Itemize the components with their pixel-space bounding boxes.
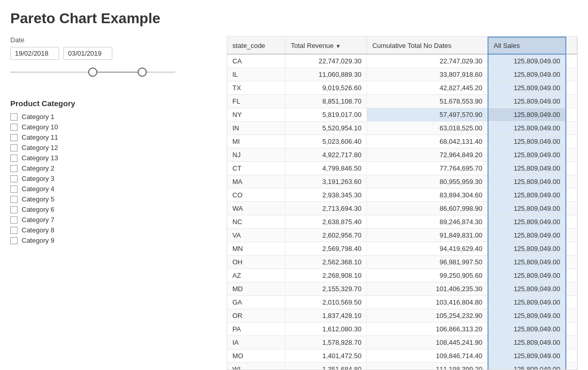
table-row: OR1,837,428.10105,254,232.90125,809,049.…	[227, 309, 577, 323]
cell-all-sales: 125,809,049.00	[488, 135, 566, 148]
cell-revenue: 11,060,889.30	[285, 68, 367, 81]
cell-revenue: 4,799,846.50	[285, 162, 367, 175]
cell-revenue: 3,191,263.60	[285, 175, 367, 189]
cell-state: GA	[227, 296, 285, 309]
cell-all-sales: 125,809,049.00	[488, 215, 566, 229]
cell-cumulative: 72,964,849.20	[367, 148, 488, 162]
cell-extra	[566, 282, 577, 296]
cell-state: WI	[227, 363, 285, 371]
category-checkbox-category-1[interactable]	[10, 113, 18, 121]
cell-extra	[566, 202, 577, 215]
table-row: TX9,019,526.6042,827,445.20125,809,049.0…	[227, 81, 577, 95]
cell-state: MN	[227, 242, 285, 256]
cell-all-sales: 125,809,049.00	[488, 229, 566, 242]
date-slider[interactable]	[10, 66, 175, 78]
table-row: MD2,155,329.70101,406,235.30125,809,049.…	[227, 282, 577, 296]
data-table: state_code Total Revenue ▼ Cumulative To…	[227, 37, 577, 370]
cell-revenue: 2,713,694.30	[285, 202, 367, 215]
category-checkbox-category-2[interactable]	[10, 165, 18, 172]
cell-revenue: 5,819,017.00	[285, 108, 367, 122]
cell-extra	[566, 108, 577, 122]
category-label: Category 2	[22, 164, 55, 172]
category-label: Category 7	[22, 216, 55, 224]
cell-revenue: 5,023,606.40	[285, 135, 367, 148]
cell-cumulative: 68,042,131.40	[367, 135, 488, 148]
cell-all-sales: 125,809,049.00	[488, 148, 566, 162]
cell-all-sales: 125,809,049.00	[488, 309, 566, 323]
cell-revenue: 2,268,908.10	[285, 269, 367, 282]
cell-all-sales: 125,809,049.00	[488, 162, 566, 175]
category-checkbox-category-9[interactable]	[10, 237, 18, 244]
cell-extra	[566, 229, 577, 242]
cell-state: WA	[227, 202, 285, 215]
cell-extra	[566, 363, 577, 371]
cell-cumulative: 96,981,997.50	[367, 256, 488, 269]
cell-cumulative: 111,198,399.20	[367, 363, 488, 371]
slider-thumb-left[interactable]	[88, 68, 97, 77]
cell-extra	[566, 309, 577, 323]
end-date-input[interactable]	[63, 47, 112, 60]
category-item: Category 6	[10, 206, 216, 213]
table-row: WI1,351,684.80111,198,399.20125,809,049.…	[227, 363, 577, 371]
category-item: Category 13	[10, 154, 216, 162]
table-row: IN5,520,954.1063,018,525.00125,809,049.0…	[227, 122, 577, 135]
cell-revenue: 2,638,875.40	[285, 215, 367, 229]
cell-cumulative: 89,246,874.30	[367, 215, 488, 229]
page-title: Pareto Chart Example	[10, 10, 578, 27]
cell-state: OR	[227, 309, 285, 323]
category-checkbox-category-13[interactable]	[10, 155, 18, 162]
date-label: Date	[10, 36, 216, 44]
cell-all-sales: 125,809,049.00	[488, 122, 566, 135]
cell-state: VA	[227, 229, 285, 242]
col-header-cumulative[interactable]: Cumulative Total No Dates	[367, 37, 488, 54]
cell-extra	[566, 68, 577, 81]
cell-cumulative: 109,846,714.40	[367, 349, 488, 363]
cell-cumulative: 57,497,570.90	[367, 108, 488, 122]
cell-all-sales: 125,809,049.00	[488, 68, 566, 81]
cell-cumulative: 103,416,804.80	[367, 296, 488, 309]
cell-revenue: 5,520,954.10	[285, 122, 367, 135]
cell-state: TX	[227, 81, 285, 95]
cell-extra	[566, 81, 577, 95]
slider-thumb-right[interactable]	[138, 68, 147, 77]
left-panel: Date Product Category Category 1Category…	[10, 36, 227, 370]
start-date-input[interactable]	[10, 47, 59, 60]
table-row: FL8,851,108.7051,678,553.90125,809,049.0…	[227, 95, 577, 108]
col-header-allsales[interactable]: All Sales	[488, 37, 566, 54]
cell-all-sales: 125,809,049.00	[488, 336, 566, 349]
table-body: CA22,747,029.3022,747,029.30125,809,049.…	[227, 54, 577, 370]
cell-revenue: 1,578,928.70	[285, 336, 367, 349]
cell-state: FL	[227, 95, 285, 108]
cell-revenue: 9,019,526.60	[285, 81, 367, 95]
category-checkbox-category-3[interactable]	[10, 175, 18, 182]
cell-revenue: 2,569,798.40	[285, 242, 367, 256]
cell-extra	[566, 323, 577, 336]
table-row: CT4,799,846.5077,764,695.70125,809,049.0…	[227, 162, 577, 175]
col-header-extra	[566, 37, 577, 54]
main-layout: Date Product Category Category 1Category…	[10, 36, 578, 370]
cell-all-sales: 125,809,049.00	[488, 269, 566, 282]
cell-all-sales: 125,809,049.00	[488, 54, 566, 68]
cell-extra	[566, 135, 577, 148]
category-checkbox-category-10[interactable]	[10, 124, 18, 131]
category-checkbox-category-7[interactable]	[10, 216, 18, 224]
col-header-revenue[interactable]: Total Revenue ▼	[285, 37, 367, 54]
category-checkbox-category-5[interactable]	[10, 196, 18, 203]
cell-state: NC	[227, 215, 285, 229]
table-row: NY5,819,017.0057,497,570.90125,809,049.0…	[227, 108, 577, 122]
cell-cumulative: 101,406,235.30	[367, 282, 488, 296]
category-checkbox-category-11[interactable]	[10, 134, 18, 141]
cell-state: IA	[227, 336, 285, 349]
category-item: Category 8	[10, 226, 216, 234]
category-checkbox-category-12[interactable]	[10, 144, 18, 152]
col-header-state[interactable]: state_code	[227, 37, 285, 54]
cell-cumulative: 63,018,525.00	[367, 122, 488, 135]
category-item: Category 10	[10, 123, 216, 131]
cell-all-sales: 125,809,049.00	[488, 296, 566, 309]
cell-cumulative: 105,254,232.90	[367, 309, 488, 323]
category-checkbox-category-4[interactable]	[10, 186, 18, 193]
category-checkbox-category-6[interactable]	[10, 206, 18, 213]
category-checkbox-category-8[interactable]	[10, 227, 18, 234]
category-label: Category 1	[22, 113, 55, 121]
table-wrapper[interactable]: state_code Total Revenue ▼ Cumulative To…	[227, 36, 578, 370]
